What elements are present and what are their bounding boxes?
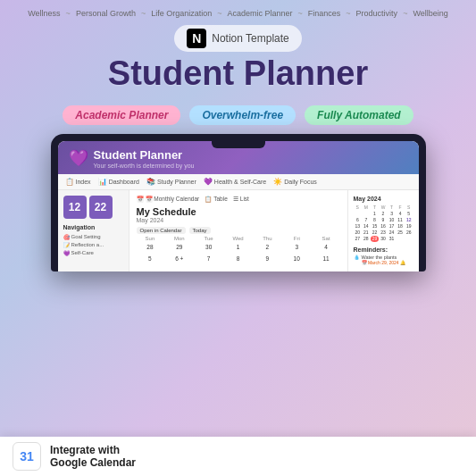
nav-daily[interactable]: ☀️ Daily Focus	[273, 178, 317, 186]
mini-cal-cell[interactable]: 4	[396, 211, 405, 217]
cal-cell[interactable]: 10	[283, 255, 311, 265]
cal-cell[interactable]: 7	[195, 255, 222, 265]
gcal-line1: Integrate with	[50, 444, 136, 456]
cal-cell[interactable]: 11	[313, 255, 340, 265]
cal-day-headers: Sun Mon Tue Wed Thu Fri Sat	[137, 236, 340, 241]
gcal-text: Integrate with Google Calendar	[50, 444, 136, 470]
tag-personal: Personal Growth	[76, 9, 136, 18]
top-tags-bar: Wellness ~ Personal Growth ~ Life Organi…	[0, 0, 476, 21]
cal-row-1: 28 29 30 1 2 3 4	[137, 243, 340, 254]
laptop-notch	[212, 141, 265, 148]
laptop-screen: 💜 Student Planner Your self-worth is det…	[58, 141, 419, 271]
mini-cal-cell[interactable]: 30	[379, 236, 388, 242]
date-box-2: 22	[89, 196, 113, 219]
mini-cal-cell[interactable]: 3	[388, 211, 397, 217]
tag-academic: Academic Planner	[227, 9, 292, 18]
mini-cal-cell[interactable]: 5	[405, 211, 413, 217]
mini-cal-cell[interactable]	[396, 236, 405, 242]
cal-cell[interactable]: 2	[254, 243, 281, 254]
notion-badge: N Notion Template	[174, 25, 302, 52]
mini-cal-cell[interactable]: 15	[371, 223, 380, 230]
cal-cell[interactable]: 4	[313, 243, 340, 254]
toolbar-monthly[interactable]: 📅 📅 Monthly Calendar	[137, 196, 200, 203]
mini-cal-cell[interactable]: 25	[396, 230, 405, 236]
gcal-line2: Google Calendar	[50, 456, 136, 469]
cal-cell[interactable]: 30	[195, 243, 222, 254]
nav-study[interactable]: 📚 Study Planner	[146, 178, 196, 186]
mini-cal-cell[interactable]: 6	[354, 217, 363, 223]
mini-cal-cell[interactable]: 11	[396, 217, 405, 223]
mini-cal-cell[interactable]: 8	[371, 217, 380, 223]
mini-cal-cell[interactable]: 16	[379, 223, 388, 230]
mini-cal-cell[interactable]	[405, 236, 413, 242]
reminders-title: Reminders:	[354, 246, 413, 253]
mini-cal-cell[interactable]: 2	[379, 211, 388, 217]
tag-wellness: Wellness	[28, 9, 60, 18]
mini-cal-title: May 2024	[354, 196, 413, 202]
mini-cal-cell[interactable]: 28	[362, 236, 371, 242]
nav-health[interactable]: 💜 Health & Self-Care	[204, 178, 266, 186]
notion-icon: N	[187, 29, 206, 48]
feature-badges: Academic Planner Overwhelm-free Fully Au…	[0, 100, 476, 130]
nav-dashboard[interactable]: 📊 Dashboard	[98, 178, 139, 186]
today-btn[interactable]: Today	[189, 227, 211, 234]
notion-label: Notion Template	[212, 32, 289, 45]
cal-cell[interactable]: 9	[254, 255, 281, 265]
sidebar-nav-title: Navigation	[63, 224, 123, 230]
mini-cal-cell[interactable]: 9	[379, 217, 388, 223]
open-calendar-btn[interactable]: Open in Calendar	[137, 227, 186, 234]
page-title: Student Planner	[18, 55, 458, 93]
mini-cal-grid: 1234567891011121314151617181920212223242…	[354, 211, 413, 242]
screen-title: Student Planner	[94, 148, 195, 162]
mini-cal-cell[interactable]: 19	[405, 223, 413, 230]
cal-cell[interactable]: 3	[283, 243, 311, 254]
bottom-bar[interactable]: 31 Integrate with Google Calendar	[0, 437, 476, 476]
cal-toolbar: 📅 📅 Monthly Calendar 📋 Table ☰ List	[137, 196, 340, 203]
mini-cal-cell[interactable]: 31	[388, 236, 397, 242]
laptop: 💜 Student Planner Your self-worth is det…	[51, 134, 426, 271]
mini-cal-cell[interactable]: 29	[371, 236, 380, 242]
toolbar-list[interactable]: ☰ List	[233, 196, 249, 203]
cal-cell[interactable]: 1	[224, 243, 252, 254]
mini-cal-cell[interactable]: 17	[388, 223, 397, 230]
mini-cal-cell[interactable]: 26	[405, 230, 413, 236]
tag-finances: Finances	[308, 9, 341, 18]
header-section: N Notion Template Student Planner	[0, 21, 476, 100]
mini-cal-cell[interactable]: 13	[354, 223, 363, 230]
badge-overwhelm: Overwhelm-free	[189, 105, 296, 125]
gcal-icon: 31	[13, 442, 41, 471]
mini-cal-cell[interactable]: 12	[405, 217, 413, 223]
mini-cal-cell[interactable]: 7	[362, 217, 371, 223]
sidebar-item-reflection[interactable]: 📝 Reflection a...	[63, 241, 123, 249]
cal-cell[interactable]: 5	[137, 255, 164, 265]
date-box-1: 12	[63, 196, 87, 219]
mini-cal-cell[interactable]: 1	[371, 211, 380, 217]
mini-cal-cell[interactable]: 22	[371, 230, 380, 236]
tag-org: Life Organization	[151, 9, 212, 18]
reminder-item: 💧 Water the plants 📅 March 29, 2024 🔔	[354, 255, 413, 265]
screen-sidebar: 12 22 Navigation 🎯 Goal Setting 📝 Reflec…	[58, 190, 129, 271]
mini-cal-cell[interactable]: 20	[354, 230, 363, 236]
nav-index[interactable]: 📋 Index	[65, 178, 91, 186]
tag-wellbeing: Wellbeing	[413, 9, 447, 18]
mini-cal-cell[interactable]: 10	[388, 217, 397, 223]
mini-cal-cell[interactable]: 21	[362, 230, 371, 236]
toolbar-table[interactable]: 📋 Table	[205, 196, 228, 203]
cal-row-2: 5 6 + 7 8 9 10 11	[137, 255, 340, 265]
cal-cell[interactable]: 8	[224, 255, 252, 265]
badge-automated: Fully Automated	[305, 105, 413, 125]
mini-cal-cell[interactable]: 14	[362, 223, 371, 230]
sidebar-item-selfcare[interactable]: 💜 Self-Care	[63, 249, 123, 257]
cal-cell[interactable]: 6 +	[165, 255, 193, 265]
mini-cal-cell[interactable]	[354, 211, 363, 217]
mini-cal-cell[interactable]: 24	[388, 230, 397, 236]
mini-cal-cell[interactable]: 23	[379, 230, 388, 236]
mini-cal-cell[interactable]: 18	[396, 223, 405, 230]
cal-cell[interactable]: 29	[165, 243, 193, 254]
laptop-container: 💜 Student Planner Your self-worth is det…	[0, 130, 476, 271]
cal-subtitle: May 2024	[137, 217, 340, 223]
cal-cell[interactable]: 28	[137, 243, 164, 254]
mini-cal-cell[interactable]	[362, 211, 371, 217]
sidebar-item-goal[interactable]: 🎯 Goal Setting	[63, 233, 123, 241]
mini-cal-cell[interactable]: 27	[354, 236, 363, 242]
